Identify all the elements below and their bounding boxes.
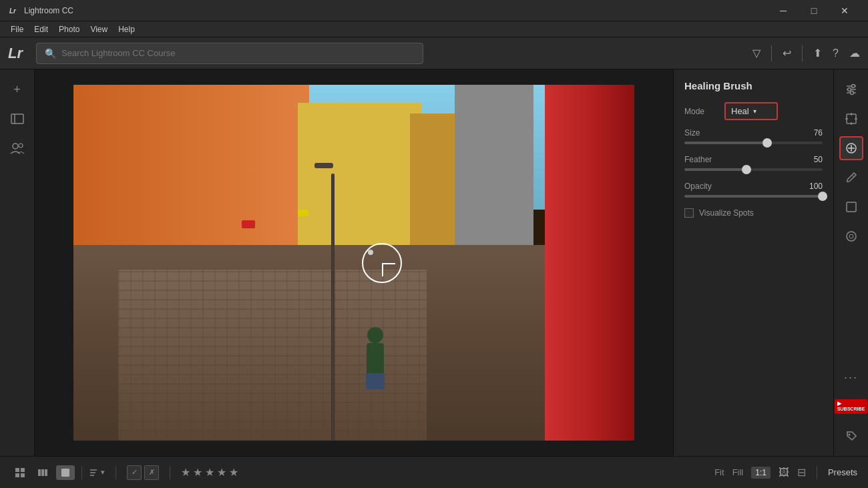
visualize-label: Visualize Spots (699, 208, 754, 218)
svg-point-23 (849, 234, 853, 238)
separator5 (817, 466, 817, 479)
opacity-slider[interactable] (684, 195, 823, 198)
brush-icon[interactable] (839, 166, 863, 190)
single-view-button[interactable] (56, 465, 75, 480)
svg-point-22 (847, 232, 856, 241)
adjust-icon[interactable] (839, 77, 863, 101)
svg-point-10 (847, 88, 851, 91)
mode-dropdown[interactable]: Heal ▾ (724, 102, 778, 120)
star-3[interactable]: ★ (205, 466, 214, 479)
svg-rect-29 (38, 469, 41, 476)
people-icon[interactable] (5, 136, 29, 160)
svg-rect-12 (847, 114, 856, 124)
cloud-icon[interactable]: ☁ (849, 47, 860, 59)
compare-icon[interactable]: 🖼 (779, 467, 789, 479)
svg-rect-2 (11, 114, 23, 124)
flag-group: ✓ ✗ (127, 465, 159, 480)
menu-file[interactable]: File (5, 21, 29, 37)
right-panel: Healing Brush Mode Heal ▾ Size 76 (673, 69, 833, 456)
star-rating[interactable]: ★ ★ ★ ★ ★ (181, 466, 238, 479)
left-sidebar: + (0, 69, 35, 456)
opacity-thumb[interactable] (818, 192, 827, 201)
sort-button[interactable]: ▾ (89, 468, 105, 477)
svg-rect-32 (61, 469, 69, 477)
svg-text:Lr: Lr (9, 7, 17, 15)
subscribe-label: SUBSCRIBE (837, 407, 865, 411)
minimize-button[interactable]: ─ (768, 0, 799, 21)
bottom-right-controls: Fit Fill 1:1 🖼 ⊟ Presets (714, 466, 857, 479)
flag-pick-button[interactable]: ✓ (127, 465, 142, 480)
svg-rect-27 (15, 473, 19, 477)
size-thumb[interactable] (763, 138, 772, 148)
svg-point-24 (848, 434, 850, 436)
crop-icon[interactable] (839, 195, 863, 219)
menubar: File Edit Photo View Help (0, 21, 868, 37)
size-label: Size (684, 128, 700, 138)
bottom-toolbar: ▾ ✓ ✗ ★ ★ ★ ★ ★ Fit Fill 1:1 🖼 ⊟ Presets (0, 456, 868, 488)
mode-row: Mode Heal ▾ (684, 102, 823, 120)
tag-icon[interactable] (839, 424, 863, 448)
search-bar[interactable]: 🔍 (36, 43, 423, 64)
library-icon[interactable] (5, 107, 29, 131)
svg-rect-21 (847, 202, 856, 212)
main-content: + (0, 69, 868, 456)
separator4 (170, 466, 170, 479)
filter-icon[interactable]: ▽ (752, 47, 761, 59)
size-slider[interactable] (684, 142, 823, 144)
menu-help[interactable]: Help (113, 21, 140, 37)
right-sidebar: ··· ▶ SUBSCRIBE (833, 69, 868, 456)
photo-area[interactable] (35, 69, 673, 456)
youtube-icon[interactable]: ▶ SUBSCRIBE (839, 395, 863, 419)
filmstrip-view-button[interactable] (33, 465, 52, 480)
zoom-1to1-button[interactable]: 1:1 (751, 467, 771, 479)
youtube-label: ▶ (837, 401, 841, 407)
star-1[interactable]: ★ (181, 466, 190, 479)
undo-icon[interactable]: ↩ (783, 47, 791, 59)
visualize-checkbox[interactable] (684, 208, 694, 218)
opacity-label: Opacity (684, 182, 712, 191)
menu-edit[interactable]: Edit (29, 21, 53, 37)
feather-value: 50 (814, 155, 823, 164)
star-2[interactable]: ★ (193, 466, 202, 479)
separator (771, 45, 772, 61)
fill-button[interactable]: Fill (732, 467, 744, 477)
search-input[interactable] (61, 48, 415, 58)
feather-slider[interactable] (684, 168, 823, 171)
opacity-fill (684, 195, 823, 198)
healing-circle (362, 243, 402, 283)
fit-button[interactable]: Fit (714, 467, 724, 477)
share-icon[interactable]: ⬆ (813, 47, 822, 59)
menu-view[interactable]: View (85, 21, 113, 37)
separator3 (116, 466, 116, 479)
feather-fill (684, 168, 746, 171)
visualize-row: Visualize Spots (684, 208, 823, 218)
size-fill (684, 142, 767, 144)
star-4[interactable]: ★ (217, 466, 226, 479)
close-button[interactable]: ✕ (829, 0, 860, 21)
transform-icon[interactable] (839, 107, 863, 131)
toolbar-icons: ▽ ↩ ⬆ ? ☁ (752, 45, 860, 61)
grid-view-button[interactable] (11, 465, 29, 480)
separator2 (802, 45, 803, 61)
flag-reject-button[interactable]: ✗ (144, 465, 159, 480)
help-icon[interactable]: ? (833, 47, 839, 59)
maximize-button[interactable]: □ (799, 0, 829, 21)
radial-icon[interactable] (839, 224, 863, 248)
size-value: 76 (814, 128, 823, 138)
star-5[interactable]: ★ (229, 466, 238, 479)
svg-rect-26 (21, 468, 25, 472)
window-title: Lightroom CC (24, 6, 768, 15)
svg-line-20 (852, 175, 854, 177)
view-mode-group: ▾ (11, 465, 105, 480)
feather-thumb[interactable] (742, 165, 751, 174)
split-view-icon[interactable]: ⊟ (797, 466, 806, 479)
menu-photo[interactable]: Photo (53, 21, 85, 37)
presets-button[interactable]: Presets (828, 467, 857, 477)
svg-rect-31 (45, 469, 47, 476)
heal-icon[interactable] (839, 136, 863, 160)
more-options-icon[interactable]: ··· (839, 365, 863, 389)
lr-logo: Lr (8, 45, 23, 62)
panel-title: Healing Brush (684, 80, 823, 91)
svg-point-5 (19, 144, 23, 148)
add-button[interactable]: + (5, 77, 29, 101)
